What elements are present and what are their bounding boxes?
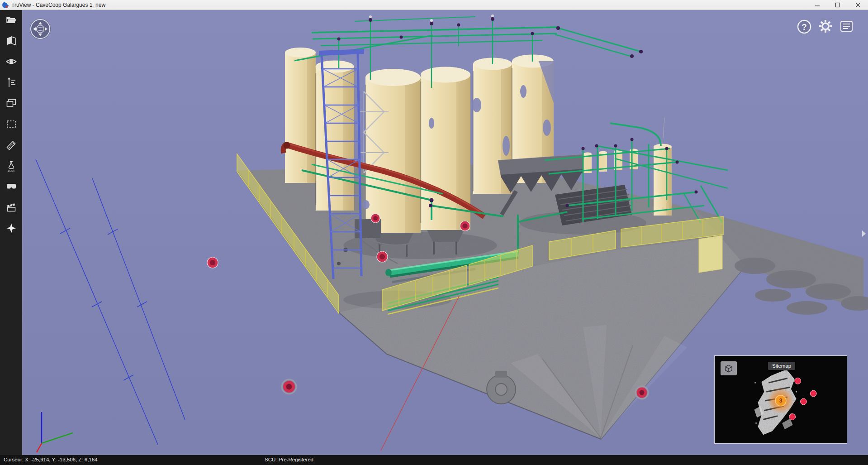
- statusbar: Curseur: X: -25,914, Y: -13,506, Z: 6,16…: [0, 455, 868, 465]
- elevation-icon: [5, 77, 17, 88]
- window-title: TruView - CaveCoop Galargues 1_new: [11, 2, 105, 8]
- scan-marker[interactable]: [207, 257, 218, 268]
- sitemap-badge-count: 3: [779, 397, 782, 404]
- ruler-icon: [5, 139, 17, 151]
- app-logo-icon: [2, 1, 9, 9]
- folder-open-icon: [5, 14, 17, 26]
- viewport: ?: [22, 10, 868, 455]
- app-icon: [2, 1, 9, 9]
- vr-goggles-icon: [5, 181, 17, 192]
- silo: [285, 48, 316, 183]
- silo: [365, 69, 421, 233]
- scu-status: SCU: Pre-Registered: [265, 457, 313, 462]
- maximize-button[interactable]: [827, 0, 848, 10]
- tool-viewports-button[interactable]: [5, 96, 18, 110]
- expand-arrow-icon: [862, 230, 866, 237]
- cursor-position: Curseur: X: -25,914, Y: -13,506, Z: 6,16…: [4, 457, 98, 462]
- tool-media-button[interactable]: [5, 201, 18, 214]
- minimize-button[interactable]: [807, 0, 827, 10]
- sitemap-scan-marker[interactable]: [810, 390, 816, 397]
- layout-panels-button[interactable]: [841, 21, 852, 31]
- lgsx-label: LGSX: [8, 169, 14, 172]
- eye-icon: [5, 56, 17, 67]
- navigation-compass-control[interactable]: [30, 19, 51, 39]
- cube-icon: [723, 363, 734, 374]
- main-area: LGSX: [0, 10, 868, 455]
- tool-open-project-button[interactable]: [5, 13, 18, 27]
- layers-icon: [5, 97, 17, 109]
- sitemap-panel: 3 Sitemap: [714, 355, 847, 444]
- sitemap-scan-marker[interactable]: [789, 414, 796, 420]
- help-button[interactable]: ?: [798, 20, 811, 33]
- gear-icon: [822, 23, 829, 29]
- scan-marker[interactable]: [377, 251, 388, 262]
- sitemap-tooltip: Sitemap: [768, 362, 795, 370]
- scan-marker[interactable]: [460, 221, 470, 231]
- window-controls: [807, 0, 868, 10]
- sitemap-scan-marker[interactable]: [795, 378, 801, 384]
- tool-elevation-button[interactable]: [5, 76, 18, 89]
- scan-marker[interactable]: [282, 379, 296, 394]
- tall-tank: [654, 118, 672, 216]
- tool-view-mode-button[interactable]: [5, 34, 18, 48]
- maximize-icon: [835, 2, 840, 8]
- minimize-icon: [815, 2, 820, 8]
- close-icon: [855, 2, 861, 8]
- truview-window: TruView - CaveCoop Galargues 1_new: [0, 0, 868, 465]
- close-button[interactable]: [848, 0, 868, 10]
- titlebar: TruView - CaveCoop Galargues 1_new: [0, 0, 868, 10]
- flask-lgsx-icon: LGSX: [5, 160, 17, 172]
- tool-measure-button[interactable]: [5, 138, 18, 152]
- sitemap-3d-toggle-button[interactable]: [721, 361, 737, 375]
- tool-selection-button[interactable]: [5, 117, 18, 131]
- clapperboard-icon: [5, 201, 17, 213]
- scan-marker[interactable]: [371, 214, 380, 223]
- axis-triad: [37, 412, 73, 452]
- tool-visibility-button[interactable]: [5, 55, 18, 68]
- sitemap-scan-marker[interactable]: [801, 398, 807, 405]
- tool-markers-button[interactable]: [5, 221, 18, 235]
- sparkle-icon: [5, 222, 17, 234]
- settings-button[interactable]: [819, 20, 832, 33]
- left-toolbar: LGSX: [0, 10, 22, 455]
- silo: [316, 61, 355, 211]
- selection-box-icon: [5, 118, 17, 130]
- sitemap-current-position[interactable]: 3: [775, 395, 786, 406]
- grid-axis-lines: [36, 159, 185, 445]
- help-glyph: ?: [802, 22, 807, 32]
- view-3d-icon: [5, 35, 17, 47]
- tool-vr-button[interactable]: [5, 180, 18, 193]
- expand-right-panel-button[interactable]: [861, 230, 867, 237]
- scan-marker[interactable]: [636, 386, 648, 399]
- tool-lgsx-button[interactable]: LGSX: [5, 159, 18, 173]
